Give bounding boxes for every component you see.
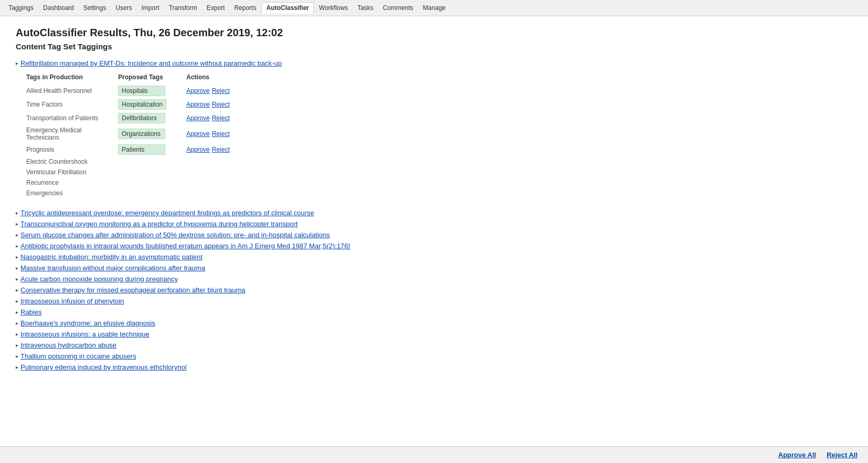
- nav-item-transform[interactable]: Transform: [164, 3, 201, 13]
- collapsed-article-link-12[interactable]: Intravenous hydrocarbon abuse: [20, 341, 117, 349]
- tags-table: Tags in Production Proposed Tags Actions…: [26, 72, 235, 198]
- approve-link-0[interactable]: Approve: [186, 87, 210, 94]
- collapsed-article-item-7: ▸Conservative therapy for missed esophag…: [16, 286, 852, 294]
- nav-item-import[interactable]: Import: [137, 3, 163, 13]
- extra-tag-row-2: Recurrence: [26, 177, 235, 188]
- nav-item-workflows[interactable]: Workflows: [315, 3, 352, 13]
- collapse-triangle-icon-6[interactable]: ▸: [16, 276, 18, 282]
- collapse-triangle-icon-12[interactable]: ▸: [16, 342, 18, 348]
- approve-link-4[interactable]: Approve: [186, 146, 210, 153]
- collapsed-article-link-5[interactable]: Massive transfusion without major compli…: [20, 264, 205, 272]
- collapsed-article-link-0[interactable]: Tricyclic antidepressant overdose: emerg…: [20, 209, 314, 217]
- extra-tag-in-prod-0: Electric Countershock: [26, 156, 118, 167]
- collapsed-article-item-0: ▸Tricyclic antidepressant overdose: emer…: [16, 209, 852, 217]
- proposed-tag-0: Hospitals: [118, 84, 186, 98]
- page-title: AutoClassifier Results, Thu, 26 December…: [16, 27, 852, 39]
- reject-link-2[interactable]: Reject: [212, 114, 230, 122]
- collapse-triangle-icon-11[interactable]: ▸: [16, 331, 18, 337]
- collapse-triangle-icon[interactable]: ▸: [16, 60, 18, 66]
- collapsed-article-link-2[interactable]: Serum glucose changes after administrati…: [20, 231, 330, 239]
- reject-link-0[interactable]: Reject: [212, 87, 230, 94]
- nav-item-comments[interactable]: Comments: [379, 3, 418, 13]
- nav-item-taggings[interactable]: Taggings: [4, 3, 38, 13]
- proposed-tag-2: Defibrillators: [118, 111, 186, 125]
- tag-in-prod-3: Emergency Medical Technicians: [26, 125, 118, 143]
- actions-cell-2: ApproveReject: [186, 111, 235, 125]
- approve-link-2[interactable]: Approve: [186, 114, 210, 122]
- collapse-triangle-icon-0[interactable]: ▸: [16, 210, 18, 216]
- collapsed-article-link-3[interactable]: Antibiotic prophylaxis in intraoral woun…: [20, 242, 350, 250]
- collapse-triangle-icon-3[interactable]: ▸: [16, 243, 18, 249]
- extra-tag-row-1: Ventricular Fibrillation: [26, 167, 235, 177]
- collapsed-article-item-4: ▸Nasogastric intubation: morbidity in an…: [16, 253, 852, 261]
- collapsed-article-item-5: ▸Massive transfusion without major compl…: [16, 264, 852, 272]
- extra-tag-in-prod-1: Ventricular Fibrillation: [26, 167, 118, 177]
- reject-link-3[interactable]: Reject: [212, 130, 230, 138]
- collapse-triangle-icon-1[interactable]: ▸: [16, 221, 18, 227]
- proposed-tag-4: Patients: [118, 143, 186, 156]
- collapsed-article-item-8: ▸Intraosseous infusion of phenytoin: [16, 297, 852, 305]
- collapsed-article-link-11[interactable]: Intraosseous infusions: a usable techniq…: [20, 330, 150, 338]
- collapse-triangle-icon-9[interactable]: ▸: [16, 309, 18, 315]
- proposed-tag-1: Hospitalization: [118, 98, 186, 111]
- tag-in-prod-0: Allied Health Personnel: [26, 84, 118, 98]
- collapsed-article-item-10: ▸Boerhaave's syndrome: an elusive diagno…: [16, 319, 852, 327]
- collapsed-article-item-2: ▸Serum glucose changes after administrat…: [16, 231, 852, 239]
- collapse-triangle-icon-4[interactable]: ▸: [16, 254, 18, 260]
- collapsed-article-link-8[interactable]: Intraosseous infusion of phenytoin: [20, 297, 124, 305]
- tag-row-1: Time FactorsHospitalizationApproveReject: [26, 98, 235, 111]
- tag-row-4: PrognosisPatientsApproveReject: [26, 143, 235, 156]
- collapsed-article-item-11: ▸Intraosseous infusions: a usable techni…: [16, 330, 852, 338]
- approve-link-3[interactable]: Approve: [186, 130, 210, 138]
- collapse-triangle-icon-2[interactable]: ▸: [16, 232, 18, 238]
- collapsed-article-item-1: ▸Transconjunctival oxygen monitoring as …: [16, 220, 852, 228]
- extra-tag-in-prod-3: Emergencies: [26, 188, 118, 198]
- collapse-triangle-icon-13[interactable]: ▸: [16, 353, 18, 359]
- tag-in-prod-1: Time Factors: [26, 98, 118, 111]
- extra-tag-in-prod-2: Recurrence: [26, 177, 118, 188]
- collapse-triangle-icon-7[interactable]: ▸: [16, 287, 18, 293]
- collapsed-article-link-9[interactable]: Rabies: [20, 308, 41, 316]
- extra-tag-row-0: Electric Countershock: [26, 156, 235, 167]
- nav-item-manage[interactable]: Manage: [419, 3, 450, 13]
- collapsed-article-link-6[interactable]: Acute carbon monoxide poisoning during p…: [20, 275, 178, 283]
- first-article-link[interactable]: Refibrillation managed by EMT-Ds: Incide…: [20, 59, 282, 67]
- collapse-triangle-icon-10[interactable]: ▸: [16, 320, 18, 326]
- first-article-title-row: ▸ Refibrillation managed by EMT-Ds: Inci…: [16, 59, 852, 67]
- actions-cell-1: ApproveReject: [186, 98, 235, 111]
- collapsed-article-item-12: ▸Intravenous hydrocarbon abuse: [16, 341, 852, 349]
- nav-item-dashboard[interactable]: Dashboard: [39, 3, 78, 13]
- collapsed-article-link-14[interactable]: Pulmonary edema induced by intravenous e…: [20, 363, 187, 371]
- tag-in-prod-4: Prognosis: [26, 143, 118, 156]
- collapse-triangle-icon-5[interactable]: ▸: [16, 265, 18, 271]
- actions-cell-0: ApproveReject: [186, 84, 235, 98]
- nav-item-users[interactable]: Users: [111, 3, 136, 13]
- collapsed-article-item-9: ▸Rabies: [16, 308, 852, 316]
- nav-item-export[interactable]: Export: [203, 3, 229, 13]
- page-subtitle: Content Tag Set Taggings: [16, 42, 852, 51]
- top-navigation: TaggingsDashboardSettingsUsersImportTran…: [0, 0, 868, 16]
- collapsed-article-link-10[interactable]: Boerhaave's syndrome: an elusive diagnos…: [20, 319, 155, 327]
- tag-row-3: Emergency Medical TechniciansOrganizatio…: [26, 125, 235, 143]
- main-content: AutoClassifier Results, Thu, 26 December…: [0, 16, 868, 437]
- col-header-proposed-tags: Proposed Tags: [118, 72, 186, 84]
- collapsed-articles-list: ▸Tricyclic antidepressant overdose: emer…: [16, 209, 852, 371]
- tags-table-wrap: Tags in Production Proposed Tags Actions…: [26, 72, 852, 198]
- col-header-actions: Actions: [186, 72, 235, 84]
- collapse-triangle-icon-14[interactable]: ▸: [16, 364, 18, 370]
- collapsed-article-item-6: ▸Acute carbon monoxide poisoning during …: [16, 275, 852, 283]
- collapsed-article-link-13[interactable]: Thallium poisoning in cocaine abusers: [20, 352, 136, 360]
- approve-link-1[interactable]: Approve: [186, 101, 210, 108]
- nav-item-settings[interactable]: Settings: [79, 3, 110, 13]
- nav-item-reports[interactable]: Reports: [230, 3, 260, 13]
- nav-item-autoclassifier[interactable]: AutoClassifier: [261, 2, 313, 14]
- nav-item-tasks[interactable]: Tasks: [353, 3, 378, 13]
- collapsed-article-link-7[interactable]: Conservative therapy for missed esophage…: [20, 286, 246, 294]
- actions-cell-4: ApproveReject: [186, 143, 235, 156]
- collapsed-article-link-1[interactable]: Transconjunctival oxygen monitoring as a…: [20, 220, 298, 228]
- collapsed-article-link-4[interactable]: Nasogastric intubation: morbidity in an …: [20, 253, 203, 261]
- reject-link-1[interactable]: Reject: [212, 101, 230, 108]
- collapse-triangle-icon-8[interactable]: ▸: [16, 298, 18, 304]
- collapsed-article-item-13: ▸Thallium poisoning in cocaine abusers: [16, 352, 852, 360]
- reject-link-4[interactable]: Reject: [212, 146, 230, 153]
